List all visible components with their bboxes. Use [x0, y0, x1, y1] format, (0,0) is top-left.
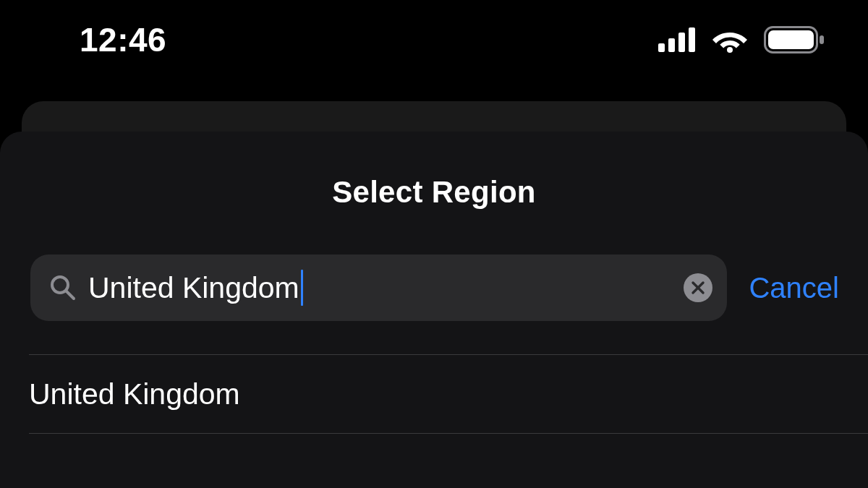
results-list: United Kingdom: [0, 354, 868, 434]
battery-icon: [764, 26, 825, 53]
cellular-signal-icon: [658, 27, 696, 52]
text-caret: [301, 270, 303, 306]
svg-rect-3: [689, 27, 695, 52]
search-icon: [48, 273, 78, 303]
result-label: United Kingdom: [29, 377, 240, 411]
svg-rect-7: [820, 35, 824, 44]
svg-rect-6: [768, 30, 814, 49]
svg-rect-2: [678, 33, 685, 52]
svg-rect-0: [658, 43, 665, 52]
status-time: 12:46: [80, 20, 166, 59]
search-field[interactable]: United Kingdom: [30, 254, 727, 321]
wifi-icon: [712, 27, 748, 53]
clear-search-button[interactable]: [684, 273, 712, 302]
cancel-button[interactable]: Cancel: [749, 272, 843, 304]
search-input-value: United Kingdom: [88, 271, 299, 305]
sheet-title: Select Region: [0, 175, 868, 210]
svg-rect-1: [668, 38, 675, 52]
search-row: United Kingdom Cancel: [0, 254, 868, 321]
list-separator: [29, 433, 868, 434]
select-region-sheet: Select Region United Kingdom Cancel: [0, 132, 868, 488]
search-input[interactable]: United Kingdom: [88, 254, 684, 321]
status-indicators: [658, 26, 825, 53]
result-item-united-kingdom[interactable]: United Kingdom: [0, 355, 868, 433]
svg-point-4: [727, 47, 733, 53]
svg-line-9: [67, 291, 74, 299]
status-bar: 12:46: [0, 0, 868, 80]
